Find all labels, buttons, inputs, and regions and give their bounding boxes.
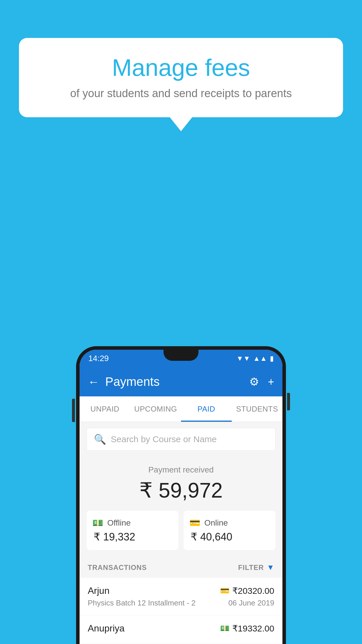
- phone-screen: 14:29 ▼▼ ▲▲ ▮ ← Payments ⚙ +: [80, 350, 282, 644]
- payment-received-label: Payment received: [87, 465, 275, 475]
- online-label: Online: [204, 518, 228, 528]
- status-bar: 14:29 ▼▼ ▲▲ ▮: [80, 350, 282, 367]
- transaction-description: Physics Batch 12 Installment - 2: [88, 598, 196, 608]
- transaction-bottom: Physics Batch 12 Installment - 2 06 June…: [88, 598, 274, 608]
- transaction-name: Anupriya: [88, 623, 124, 634]
- card-payment-icon: 💳: [220, 586, 229, 595]
- tabs-container: UNPAID UPCOMING PAID STUDENTS: [80, 396, 282, 422]
- payment-cards: 💵 Offline ₹ 19,332 💳 Online ₹ 40,640: [87, 511, 275, 550]
- search-input[interactable]: Search by Course or Name: [111, 434, 217, 444]
- app-bar: ← Payments ⚙ +: [80, 367, 282, 396]
- filter-label: FILTER: [238, 564, 264, 572]
- transaction-amount-wrap: 💳 ₹20320.00: [220, 586, 274, 596]
- transaction-top: Arjun 💳 ₹20320.00: [88, 585, 274, 596]
- offline-label: Offline: [107, 518, 131, 528]
- transactions-header: TRANSACTIONS FILTER ▼: [80, 557, 282, 578]
- settings-icon[interactable]: ⚙: [249, 375, 259, 388]
- filter-button[interactable]: FILTER ▼: [238, 563, 274, 572]
- wifi-icon: ▼▼: [236, 354, 250, 363]
- transaction-amount: ₹20320.00: [232, 586, 274, 596]
- offline-payment-card: 💵 Offline ₹ 19,332: [87, 511, 178, 550]
- speech-bubble-subtitle: of your students and send receipts to pa…: [39, 87, 323, 100]
- phone-side-button-left: [72, 399, 75, 422]
- search-container: 🔍 Search by Course or Name: [80, 422, 282, 456]
- tab-students[interactable]: STUDENTS: [232, 396, 282, 422]
- transaction-amount: ₹19332.00: [232, 623, 274, 634]
- table-row[interactable]: Anupriya 💵 ₹19332.00: [80, 615, 282, 644]
- online-payment-card: 💳 Online ₹ 40,640: [184, 511, 275, 550]
- add-icon[interactable]: +: [268, 376, 274, 388]
- status-time: 14:29: [88, 354, 109, 363]
- filter-icon: ▼: [267, 563, 274, 572]
- transaction-name: Arjun: [88, 585, 110, 596]
- phone-notch: [164, 350, 198, 361]
- online-icon: 💳: [189, 518, 200, 528]
- speech-bubble-title: Manage fees: [39, 54, 323, 81]
- tab-unpaid[interactable]: UNPAID: [80, 396, 130, 422]
- phone-side-button-right: [287, 393, 290, 410]
- transactions-label: TRANSACTIONS: [88, 564, 147, 572]
- offline-icon: 💵: [92, 518, 103, 528]
- cash-payment-icon: 💵: [220, 624, 229, 633]
- tab-paid[interactable]: PAID: [181, 396, 232, 422]
- transaction-date: 06 June 2019: [228, 598, 274, 608]
- transaction-amount-wrap: 💵 ₹19332.00: [220, 623, 274, 634]
- online-card-header: 💳 Online: [189, 518, 270, 528]
- signal-icon: ▲▲: [253, 354, 267, 363]
- status-icons: ▼▼ ▲▲ ▮: [236, 354, 274, 363]
- offline-amount: ₹ 19,332: [92, 531, 173, 543]
- app-bar-actions: ⚙ +: [249, 375, 274, 388]
- table-row[interactable]: Arjun 💳 ₹20320.00 Physics Batch 12 Insta…: [80, 578, 282, 615]
- app-title: Payments: [105, 375, 243, 389]
- online-amount: ₹ 40,640: [189, 531, 270, 543]
- search-box[interactable]: 🔍 Search by Course or Name: [87, 428, 275, 451]
- transaction-top: Anupriya 💵 ₹19332.00: [88, 623, 274, 634]
- phone-outer-shell: 14:29 ▼▼ ▲▲ ▮ ← Payments ⚙ +: [76, 346, 286, 644]
- offline-card-header: 💵 Offline: [92, 518, 173, 528]
- tab-upcoming[interactable]: UPCOMING: [130, 396, 181, 422]
- battery-icon: ▮: [270, 354, 274, 363]
- payment-total-amount: ₹ 59,972: [87, 478, 275, 503]
- speech-bubble: Manage fees of your students and send re…: [19, 38, 343, 117]
- phone-device: 14:29 ▼▼ ▲▲ ▮ ← Payments ⚙ +: [76, 346, 286, 644]
- back-button[interactable]: ←: [88, 375, 99, 388]
- search-icon: 🔍: [94, 433, 106, 445]
- speech-bubble-container: Manage fees of your students and send re…: [19, 38, 343, 117]
- payment-summary: Payment received ₹ 59,972 💵 Offline ₹ 19…: [80, 456, 282, 557]
